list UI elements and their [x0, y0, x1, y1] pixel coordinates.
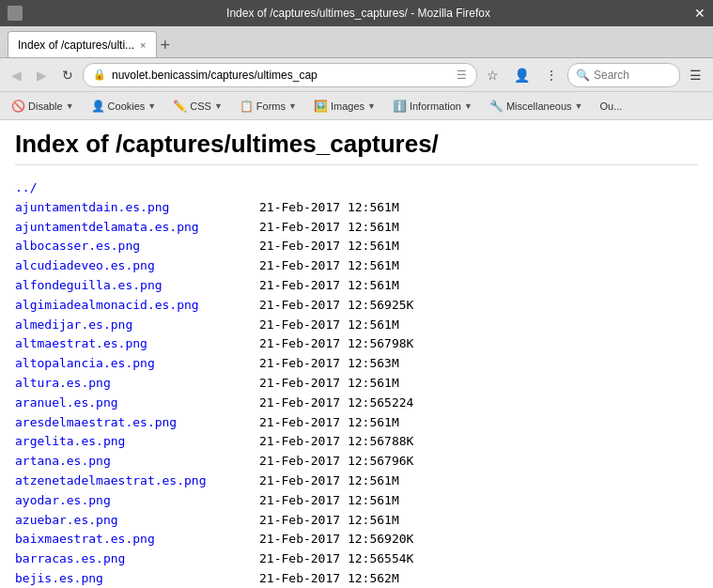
file-date: 21-Feb-2017 12:56 — [259, 452, 384, 472]
list-item: aresdelmaestrat.es.png 21-Feb-2017 12:56… — [15, 413, 698, 433]
file-date: 21-Feb-2017 12:56 — [259, 413, 384, 433]
active-tab[interactable]: Index of /captures/ulti... × — [8, 31, 157, 57]
back-button[interactable]: ◀ — [6, 64, 27, 86]
search-box[interactable]: 🔍 — [567, 63, 680, 87]
file-name[interactable]: ajuntamentdelamata.es.png — [15, 218, 259, 238]
outline-button[interactable]: Ou... — [593, 95, 630, 117]
file-link[interactable]: artana.es.png — [15, 454, 111, 468]
url-bar[interactable]: 🔒 ☰ — [83, 63, 477, 87]
file-name[interactable]: albocasser.es.png — [15, 237, 259, 256]
parent-dir-link[interactable]: ../ — [15, 178, 259, 198]
file-name[interactable]: bejis.es.png — [15, 569, 259, 588]
file-link[interactable]: atzenetadelmaestrat.es.png — [15, 473, 207, 487]
tabbar: Index of /captures/ulti... × + — [0, 26, 713, 58]
file-date: 21-Feb-2017 12:56 — [259, 530, 384, 549]
search-icon: 🔍 — [576, 69, 590, 82]
miscellaneous-button[interactable]: 🔧 Miscellaneous ▼ — [482, 95, 591, 117]
close-button[interactable]: ✕ — [694, 6, 705, 21]
file-name[interactable]: barracas.es.png — [15, 549, 259, 569]
file-name[interactable]: algimiadealmonacid.es.png — [15, 296, 259, 316]
information-button[interactable]: ℹ️ Information ▼ — [385, 95, 480, 117]
file-link[interactable]: azuebar.es.png — [15, 513, 118, 527]
css-button[interactable]: ✏️ CSS ▼ — [165, 95, 230, 117]
file-link[interactable]: ajuntamentdain.es.png — [15, 200, 169, 214]
file-link[interactable]: bejis.es.png — [15, 571, 103, 585]
bookmark-star-button[interactable]: ☆ — [481, 64, 504, 86]
file-size: 1M — [384, 511, 399, 531]
file-link[interactable]: aresdelmaestrat.es.png — [15, 415, 177, 429]
file-name[interactable]: altura.es.png — [15, 374, 259, 394]
file-link[interactable]: argelita.es.png — [15, 434, 125, 448]
file-link[interactable]: altopalancia.es.png — [15, 356, 155, 370]
file-link[interactable]: ajuntamentdelamata.es.png — [15, 220, 199, 234]
cookies-icon: 👤 — [91, 100, 105, 113]
disable-button[interactable]: 🚫 Disable ▼ — [4, 95, 82, 117]
list-item: artana.es.png 21-Feb-2017 12:56 796K — [15, 452, 698, 472]
list-item: algimiadealmonacid.es.png 21-Feb-2017 12… — [15, 296, 698, 316]
forms-button[interactable]: 📋 Forms ▼ — [232, 95, 304, 117]
list-item: altmaestrat.es.png 21-Feb-2017 12:56 798… — [15, 334, 698, 354]
file-date: 21-Feb-2017 12:56 — [259, 432, 384, 452]
file-link[interactable]: baixmaestrat.es.png — [15, 532, 155, 546]
file-date: 21-Feb-2017 12:56 — [259, 316, 384, 335]
file-link[interactable]: algimiadealmonacid.es.png — [15, 298, 199, 312]
search-input[interactable] — [594, 69, 669, 82]
file-name[interactable]: altopalancia.es.png — [15, 354, 259, 374]
file-size: 1M — [384, 316, 399, 335]
nav-actions: ☆ 👤 ⋮ — [481, 64, 564, 86]
disable-icon: 🚫 — [11, 100, 25, 113]
file-date: 21-Feb-2017 12:56 — [259, 511, 384, 531]
list-item: atzenetadelmaestrat.es.png 21-Feb-2017 1… — [15, 472, 698, 491]
file-size: 554K — [384, 549, 413, 569]
file-link[interactable]: ayodar.es.png — [15, 493, 111, 507]
file-size: 1M — [384, 218, 399, 238]
new-tab-button[interactable]: + — [161, 36, 171, 55]
file-link[interactable]: almedijar.es.png — [15, 317, 132, 332]
url-input[interactable] — [112, 69, 451, 82]
file-link[interactable]: altmaestrat.es.png — [15, 336, 147, 350]
file-link[interactable]: alcudiadeveo.es.png — [15, 258, 155, 272]
images-button[interactable]: 🖼️ Images ▼ — [306, 95, 383, 117]
file-name[interactable]: artana.es.png — [15, 452, 259, 472]
file-size: 3M — [384, 354, 399, 374]
file-link[interactable]: albocasser.es.png — [15, 239, 140, 253]
list-item: ajuntamentdelamata.es.png 21-Feb-2017 12… — [15, 218, 698, 238]
file-name[interactable]: atzenetadelmaestrat.es.png — [15, 472, 259, 491]
list-item: ajuntamentdain.es.png 21-Feb-2017 12:56 … — [15, 198, 698, 218]
file-size: 1M — [384, 413, 399, 433]
file-link[interactable]: barracas.es.png — [15, 551, 125, 565]
file-name[interactable]: alcudiadeveo.es.png — [15, 256, 259, 276]
file-size: 1M — [384, 276, 399, 296]
file-date: 21-Feb-2017 12:56 — [259, 354, 384, 374]
page-title: Index of /captures/ultimes_captures/ — [15, 130, 698, 165]
file-rows: ajuntamentdain.es.png 21-Feb-2017 12:56 … — [15, 198, 698, 588]
file-name[interactable]: altmaestrat.es.png — [15, 334, 259, 354]
file-link[interactable]: alfondeguilla.es.png — [15, 278, 163, 292]
tab-close-button[interactable]: × — [140, 39, 146, 51]
file-link[interactable]: aranuel.es.png — [15, 395, 118, 410]
more-tools-button[interactable]: ⋮ — [539, 64, 564, 86]
reload-button[interactable]: ↻ — [56, 64, 79, 86]
file-name[interactable]: aranuel.es.png — [15, 394, 259, 413]
file-name[interactable]: ayodar.es.png — [15, 491, 259, 511]
file-name[interactable]: almedijar.es.png — [15, 316, 259, 335]
forward-button[interactable]: ▶ — [31, 64, 53, 86]
file-name[interactable]: ajuntamentdain.es.png — [15, 198, 259, 218]
file-link[interactable]: altura.es.png — [15, 376, 111, 390]
file-name[interactable]: aresdelmaestrat.es.png — [15, 413, 259, 433]
file-list: ../ — [15, 178, 698, 198]
hamburger-menu-button[interactable]: ☰ — [684, 64, 707, 86]
file-date: 21-Feb-2017 12:56 — [259, 256, 384, 276]
file-size: 798K — [384, 334, 413, 354]
images-icon: 🖼️ — [314, 100, 328, 113]
file-name[interactable]: baixmaestrat.es.png — [15, 530, 259, 549]
file-name[interactable]: azuebar.es.png — [15, 511, 259, 531]
parent-dir-anchor[interactable]: ../ — [15, 180, 37, 194]
file-size: 1M — [384, 256, 399, 276]
file-name[interactable]: alfondeguilla.es.png — [15, 276, 259, 296]
navbar: ◀ ▶ ↻ 🔒 ☰ ☆ 👤 ⋮ 🔍 ☰ — [0, 58, 713, 92]
tab-label: Index of /captures/ulti... — [18, 39, 134, 52]
profile-button[interactable]: 👤 — [508, 64, 535, 86]
file-name[interactable]: argelita.es.png — [15, 432, 259, 452]
cookies-button[interactable]: 👤 Cookies ▼ — [84, 95, 164, 117]
